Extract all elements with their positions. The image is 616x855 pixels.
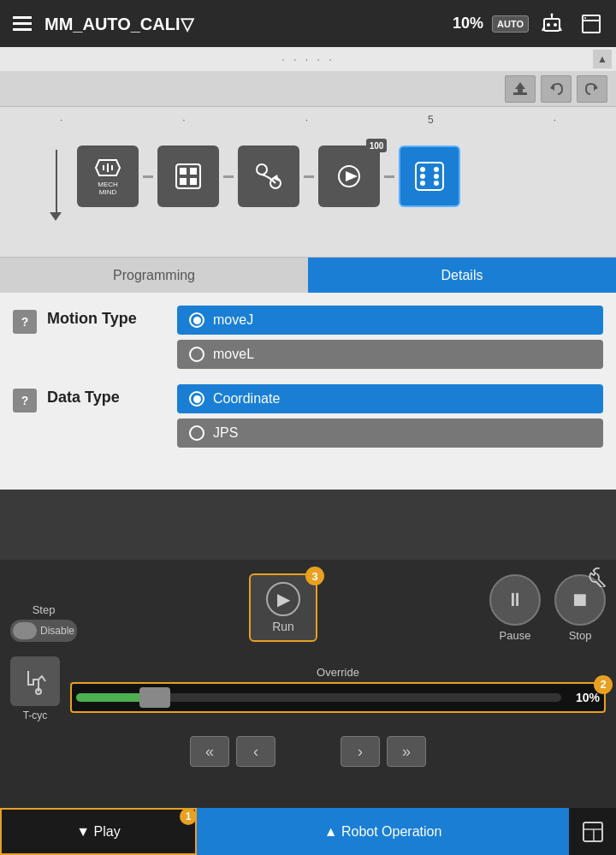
svg-rect-0	[544, 19, 560, 31]
svg-rect-22	[190, 178, 197, 185]
data-type-label: Data Type	[47, 384, 167, 407]
svg-point-23	[257, 164, 267, 175]
svg-point-30	[434, 167, 439, 172]
data-type-coordinate[interactable]: Coordinate	[177, 384, 603, 413]
wrench-icon-area	[587, 567, 607, 591]
override-slider-container: 2 10%	[70, 682, 606, 713]
pause-label: Pause	[500, 629, 531, 642]
timeline-nodes-row: MECH MIND 100	[0, 133, 616, 220]
motion-type-movej[interactable]: moveJ	[177, 306, 603, 335]
app-title: MM_AUTO_CALI▽	[44, 14, 444, 34]
nav-prev-prev[interactable]: «	[190, 736, 229, 767]
redo-btn[interactable]	[577, 75, 607, 103]
data-type-jps[interactable]: JPS	[177, 419, 603, 448]
svg-point-4	[551, 13, 554, 15]
override-section: Override 2 10%	[70, 666, 606, 713]
run-button[interactable]: 3 ▶ Run	[249, 573, 317, 642]
tabs: Programming Details	[0, 257, 616, 293]
nav-next[interactable]: ›	[341, 736, 380, 767]
svg-rect-36	[583, 822, 602, 841]
svg-point-29	[420, 167, 425, 172]
speed-indicator: 10%	[453, 15, 483, 33]
run-icon: ▶	[266, 582, 300, 616]
connector4	[384, 175, 394, 178]
bottom-bar: 1 ▼ Play ▲ Robot Operation	[0, 808, 616, 855]
svg-rect-20	[190, 168, 197, 175]
pause-icon: ⏸	[489, 574, 541, 626]
node-dice[interactable]	[399, 145, 460, 207]
timeline-arrow	[50, 212, 62, 221]
stop-label: Stop	[569, 629, 592, 642]
top-header: MM_AUTO_CALI▽ 10% AUTO	[0, 0, 616, 47]
connector1	[143, 175, 153, 178]
tcyc-icon[interactable]	[10, 656, 60, 706]
scroll-up-btn[interactable]: ▲	[593, 50, 612, 68]
node-data[interactable]	[157, 145, 219, 207]
run-section: 3 ▶ Run	[91, 573, 476, 642]
controls-row-secondary: T-cyc Override 2 10%	[10, 656, 606, 721]
nav-arrows: « ‹ › »	[10, 734, 606, 769]
undo-btn[interactable]	[541, 75, 572, 103]
svg-rect-10	[513, 92, 527, 95]
wrench-btn[interactable]	[587, 567, 607, 590]
robot-op-tab[interactable]: ▲ Robot Operation	[197, 808, 569, 855]
motion-type-row: ? Motion Type moveJ moveL	[13, 306, 603, 369]
timeline: ··· 5 · MECH MIND	[0, 107, 616, 257]
controls-row-main: Step Disable 3 ▶ Run ⏸ Pause ⏹ Stop	[10, 573, 606, 642]
nav-prev[interactable]: ‹	[236, 736, 275, 767]
header-icons: AUTO	[492, 8, 607, 40]
motion-type-movel[interactable]: moveL	[177, 340, 603, 369]
play-label: ▼ Play	[76, 824, 120, 840]
data-type-options: Coordinate JPS	[177, 384, 603, 448]
svg-rect-19	[180, 168, 187, 175]
svg-point-2	[554, 23, 557, 27]
motion-type-help[interactable]: ?	[13, 310, 37, 334]
override-label: Override	[70, 666, 606, 679]
override-value: 10%	[566, 691, 600, 704]
details-panel: ? Motion Type moveJ moveL ? Data Type Co…	[0, 293, 616, 490]
timeline-ruler: ··· 5 ·	[0, 107, 616, 133]
node-mechmind[interactable]: MECH MIND	[77, 145, 139, 207]
auto-badge: AUTO	[492, 15, 529, 33]
bottom-controls: Step Disable 3 ▶ Run ⏸ Pause ⏹ Stop	[0, 560, 616, 808]
window-icon-btn[interactable]	[575, 8, 607, 40]
step-toggle[interactable]: Disable	[10, 620, 77, 642]
motion-type-options: moveJ moveL	[177, 306, 603, 369]
override-badge: 2	[594, 675, 613, 694]
run-badge: 3	[305, 567, 324, 585]
upload-btn[interactable]	[505, 75, 536, 103]
connector3	[304, 175, 314, 178]
hamburger-menu[interactable]	[9, 12, 36, 35]
override-slider-fill	[76, 693, 149, 702]
override-slider-track	[76, 693, 561, 702]
connector2	[223, 175, 234, 178]
tab-programming[interactable]: Programming	[0, 257, 308, 293]
nav-next-next[interactable]: »	[387, 736, 426, 767]
radio-jps-circle	[189, 425, 204, 441]
scroll-dots: · · · · ·	[281, 52, 335, 66]
svg-rect-21	[180, 178, 187, 185]
ruler-number: 5	[428, 114, 434, 126]
node-transform[interactable]	[238, 145, 299, 207]
svg-point-33	[420, 174, 425, 179]
layout-btn[interactable]	[569, 808, 616, 855]
svg-marker-11	[515, 82, 525, 92]
play-tab[interactable]: 1 ▼ Play	[0, 808, 197, 855]
toolbar	[0, 71, 616, 107]
pause-button[interactable]: ⏸ Pause	[489, 574, 541, 642]
svg-point-1	[547, 23, 550, 27]
motion-type-label: Motion Type	[47, 306, 167, 328]
robot-icon-btn[interactable]	[536, 8, 568, 40]
radio-coord-circle	[189, 391, 204, 407]
timeline-vline	[56, 150, 57, 218]
override-slider-thumb[interactable]	[139, 687, 170, 708]
data-type-help[interactable]: ?	[13, 389, 37, 413]
data-type-row: ? Data Type Coordinate JPS	[13, 384, 603, 448]
svg-point-32	[434, 181, 439, 186]
tab-details[interactable]: Details	[308, 257, 616, 293]
node-move[interactable]: 100	[318, 145, 380, 207]
toggle-text: Disable	[40, 625, 74, 637]
ruler-marks: ··· 5 ·	[0, 114, 616, 126]
scroll-area-top: · · · · · ▲	[0, 47, 616, 71]
toggle-knob	[13, 622, 37, 639]
